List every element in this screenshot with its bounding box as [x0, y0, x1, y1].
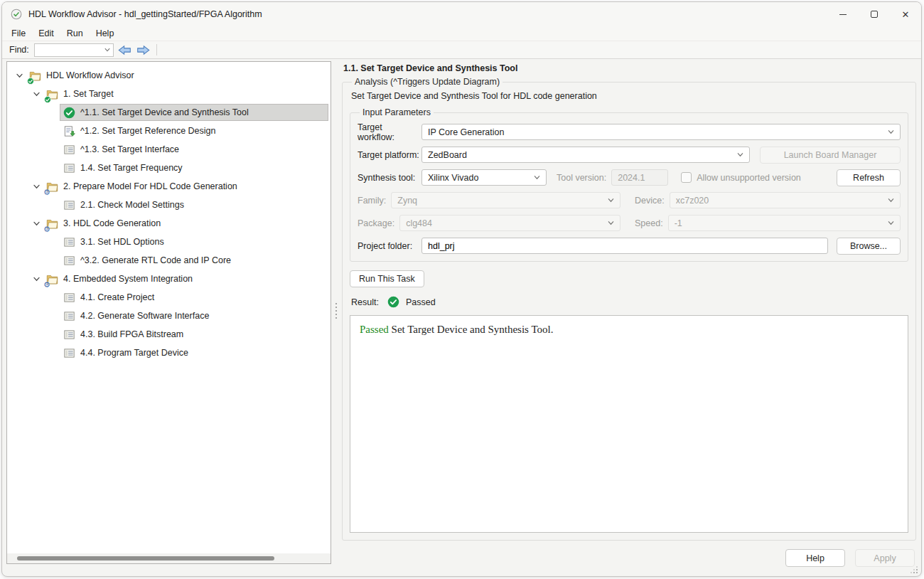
passed-circle-icon	[63, 107, 75, 119]
arrow-right-icon	[136, 45, 150, 55]
browse-button[interactable]: Browse...	[837, 238, 901, 255]
tree-item-1-3-set-target-interface[interactable]: ^1.3. Set Target Interface	[7, 140, 331, 159]
tree-item-4-embedded-system-integration[interactable]: ⚙ 4. Embedded System Integration	[7, 270, 331, 288]
maximize-icon	[871, 11, 878, 18]
workflow-tree-panel: HDL Workflow Advisor 1. Set Target ^1.1.…	[6, 61, 331, 564]
task-icon	[63, 292, 75, 304]
speed-select[interactable]: -1	[668, 215, 901, 231]
tree-item-2-1-check-model-settings[interactable]: 2.1. Check Model Settings	[7, 196, 331, 214]
tree-horizontal-scrollbar-thumb[interactable]	[17, 556, 274, 561]
target-platform-label: Target platform:	[358, 150, 421, 160]
task-icon	[63, 347, 75, 359]
result-message-status: Passed	[360, 324, 389, 335]
panel-splitter[interactable]	[331, 59, 342, 564]
target-workflow-select[interactable]: IP Core Generation	[421, 124, 901, 140]
allow-unsupported-checkbox[interactable]	[681, 172, 692, 183]
result-status: Passed	[406, 297, 436, 307]
tree-item-3-2-generate-rtl-code[interactable]: ^3.2. Generate RTL Code and IP Core	[7, 251, 331, 270]
menu-bar: File Edit Run Help	[2, 26, 921, 41]
target-platform-select[interactable]: ZedBoard	[421, 147, 750, 163]
launch-board-manager-button[interactable]: Launch Board Manager	[760, 147, 901, 164]
tree-item-3-1-set-hdl-options[interactable]: 3.1. Set HDL Options	[7, 233, 331, 251]
chevron-down-icon[interactable]	[30, 270, 43, 288]
chevron-down-icon	[887, 219, 895, 227]
arrow-left-icon	[118, 45, 131, 55]
folder-gear-icon: ⚙	[46, 273, 58, 285]
chevron-down-icon	[607, 196, 615, 204]
tree-item-root[interactable]: HDL Workflow Advisor	[7, 66, 331, 85]
task-description: Set Target Device and Synthesis Tool for…	[351, 91, 908, 101]
window-title: HDL Workflow Advisor - hdl_gettingStarte…	[28, 9, 262, 19]
chevron-down-icon[interactable]	[13, 66, 26, 85]
result-label: Result:	[351, 297, 379, 307]
tree-horizontal-scrollbar-track[interactable]	[7, 553, 331, 563]
tool-version-field[interactable]	[611, 169, 668, 186]
tree-item-4-4-program-target-device[interactable]: 4.4. Program Target Device	[7, 344, 331, 362]
maximize-button[interactable]	[859, 2, 890, 26]
device-label: Device:	[635, 196, 665, 206]
tree-item-1-1-set-target-device[interactable]: ^1.1. Set Target Device and Synthesis To…	[7, 103, 331, 122]
resize-grip-icon[interactable]	[916, 572, 918, 573]
hdl-workflow-advisor-window: HDL Workflow Advisor - hdl_gettingStarte…	[1, 1, 922, 577]
tree-item-4-1-create-project[interactable]: 4.1. Create Project	[7, 288, 331, 307]
folder-check-icon	[46, 88, 58, 100]
chevron-down-icon[interactable]	[30, 214, 43, 233]
folder-gear-icon: ⚙	[46, 218, 58, 230]
tree-item-4-3-build-fpga-bitstream[interactable]: 4.3. Build FPGA Bitstream	[7, 325, 331, 344]
chevron-down-icon	[887, 128, 895, 136]
title-bar: HDL Workflow Advisor - hdl_gettingStarte…	[2, 2, 921, 26]
tree-item-1-4-set-target-frequency[interactable]: 1.4. Set Target Frequency	[7, 159, 331, 177]
result-output: Passed Set Target Device and Synthesis T…	[350, 315, 908, 533]
tree-item-1-2-set-target-reference-design[interactable]: ^1.2. Set Target Reference Design	[7, 122, 331, 140]
tree-item-2-prepare-model[interactable]: ⚙ 2. Prepare Model For HDL Code Generati…	[7, 177, 331, 196]
family-select[interactable]: Zynq	[391, 192, 621, 208]
chevron-down-icon[interactable]	[30, 85, 43, 103]
find-next-button[interactable]	[136, 44, 151, 55]
tree-item-4-2-generate-software-interface[interactable]: 4.2. Generate Software Interface	[7, 307, 331, 325]
task-update-icon	[63, 125, 75, 137]
tree-item-3-hdl-code-generation[interactable]: ⚙ 3. HDL Code Generation	[7, 214, 331, 233]
synthesis-tool-label: Synthesis tool:	[358, 173, 421, 183]
refresh-button[interactable]: Refresh	[837, 169, 901, 186]
speed-label: Speed:	[635, 218, 663, 228]
task-icon	[63, 255, 75, 267]
menu-edit[interactable]: Edit	[32, 27, 60, 40]
passed-circle-icon	[387, 296, 399, 308]
project-folder-label: Project folder:	[358, 241, 421, 251]
project-folder-field[interactable]	[421, 238, 828, 254]
toolbar-separator	[156, 44, 157, 55]
chevron-down-icon	[736, 151, 744, 159]
package-select[interactable]: clg484	[399, 215, 621, 231]
task-icon	[63, 144, 75, 156]
apply-button[interactable]: Apply	[855, 549, 915, 567]
menu-run[interactable]: Run	[60, 27, 90, 40]
task-title: 1.1. Set Target Device and Synthesis Too…	[343, 63, 916, 73]
find-toolbar: Find:	[2, 41, 921, 59]
allow-unsupported-label: Allow unsupported version	[697, 173, 801, 183]
device-select[interactable]: xc7z020	[670, 192, 901, 208]
analysis-legend: Analysis (^Triggers Update Diagram)	[352, 77, 503, 87]
close-icon: ✕	[902, 10, 910, 19]
find-input[interactable]	[34, 43, 114, 57]
chevron-down-icon	[607, 219, 615, 227]
menu-help[interactable]: Help	[90, 27, 121, 40]
package-label: Package:	[358, 218, 394, 228]
task-panel: 1.1. Set Target Device and Synthesis Too…	[342, 61, 916, 567]
minimize-button[interactable]	[827, 2, 859, 26]
find-input-field[interactable]	[38, 45, 104, 55]
splitter-handle-icon	[335, 303, 337, 304]
menu-file[interactable]: File	[5, 27, 32, 40]
close-button[interactable]: ✕	[890, 2, 921, 26]
help-button[interactable]: Help	[785, 549, 845, 567]
family-label: Family:	[358, 196, 386, 206]
tree-item-1-set-target[interactable]: 1. Set Target	[7, 85, 331, 103]
run-this-task-button[interactable]: Run This Task	[350, 270, 424, 287]
chevron-down-icon	[104, 46, 111, 53]
chevron-down-icon	[533, 174, 541, 181]
find-previous-button[interactable]	[118, 44, 132, 55]
task-icon	[63, 162, 75, 174]
minimize-icon	[839, 14, 847, 15]
chevron-down-icon[interactable]	[30, 177, 43, 196]
task-icon	[63, 310, 75, 322]
synthesis-tool-select[interactable]: Xilinx Vivado	[421, 169, 547, 186]
